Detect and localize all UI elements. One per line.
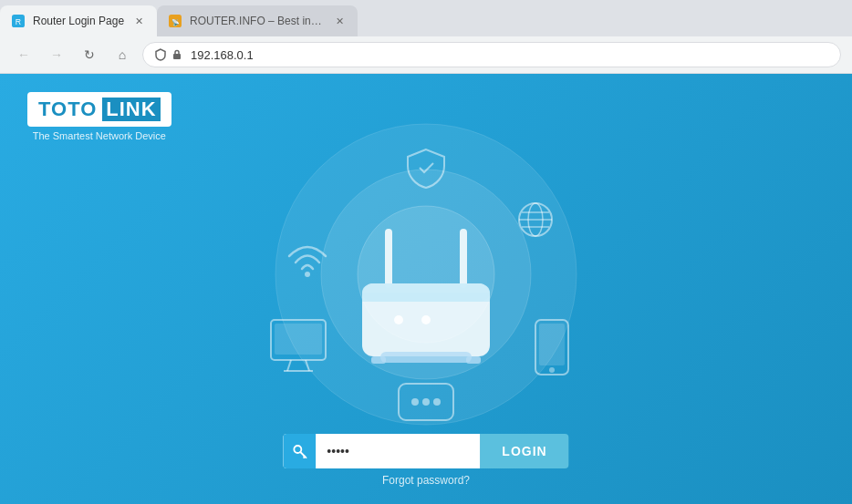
tab-bar: R Router Login Page ✕ 📡 ROUTER.INFO – Be… bbox=[0, 0, 852, 36]
tab-title-1: Router Login Page bbox=[33, 15, 124, 27]
shield-icon bbox=[154, 48, 167, 61]
page-content: TOTO LINK The Smartest Network Device bbox=[0, 74, 852, 504]
svg-point-23 bbox=[411, 398, 419, 406]
tab-title-2: ROUTER.INFO – Best information bbox=[190, 15, 325, 27]
svg-rect-34 bbox=[371, 356, 386, 364]
svg-text:📡: 📡 bbox=[171, 18, 180, 26]
logo-link: LINK bbox=[102, 98, 160, 121]
tab-close-2[interactable]: ✕ bbox=[332, 14, 347, 28]
logo-toto: TOTO bbox=[38, 98, 97, 121]
home-icon: ⌂ bbox=[119, 47, 126, 62]
svg-rect-30 bbox=[362, 293, 490, 302]
svg-point-13 bbox=[305, 272, 310, 277]
svg-line-15 bbox=[287, 360, 291, 371]
password-input[interactable] bbox=[316, 434, 480, 468]
svg-rect-33 bbox=[380, 352, 472, 363]
forward-button[interactable]: → bbox=[44, 42, 69, 67]
login-row: LOGIN bbox=[283, 434, 568, 468]
svg-rect-35 bbox=[466, 356, 481, 364]
svg-rect-20 bbox=[539, 324, 565, 365]
browser-chrome: R Router Login Page ✕ 📡 ROUTER.INFO – Be… bbox=[0, 0, 852, 74]
svg-point-24 bbox=[422, 398, 430, 406]
svg-point-31 bbox=[394, 315, 403, 324]
key-icon-box bbox=[283, 434, 316, 468]
svg-point-32 bbox=[421, 315, 431, 324]
key-icon bbox=[292, 444, 307, 458]
svg-point-21 bbox=[549, 367, 555, 373]
svg-rect-18 bbox=[275, 324, 322, 355]
back-button[interactable]: ← bbox=[11, 42, 36, 67]
toolbar: ← → ↻ ⌂ 192.168.0.1 bbox=[0, 36, 852, 73]
svg-rect-4 bbox=[173, 54, 181, 59]
logo-area: TOTO LINK The Smartest Network Device bbox=[27, 92, 171, 141]
address-bar[interactable]: 192.168.0.1 bbox=[142, 42, 841, 67]
tab-favicon-2: 📡 bbox=[168, 14, 182, 28]
password-input-wrapper bbox=[283, 434, 480, 468]
home-button[interactable]: ⌂ bbox=[109, 42, 135, 67]
reload-button[interactable]: ↻ bbox=[77, 42, 102, 67]
svg-rect-27 bbox=[460, 229, 467, 288]
security-icons bbox=[154, 48, 183, 61]
logo-box: TOTO LINK bbox=[27, 92, 171, 127]
router-illustration bbox=[253, 119, 599, 429]
tab-favicon-1: R bbox=[11, 14, 26, 28]
svg-text:R: R bbox=[16, 17, 21, 26]
tab-close-1[interactable]: ✕ bbox=[131, 14, 146, 28]
svg-point-25 bbox=[433, 398, 441, 406]
forgot-password-link[interactable]: Forgot password? bbox=[382, 474, 470, 487]
forward-icon: → bbox=[50, 47, 63, 62]
svg-rect-26 bbox=[385, 229, 392, 288]
logo-tagline: The Smartest Network Device bbox=[27, 130, 171, 141]
login-form: LOGIN Forgot password? bbox=[283, 434, 568, 487]
tab-router-info[interactable]: 📡 ROUTER.INFO – Best information ✕ bbox=[157, 5, 358, 36]
lock-icon bbox=[171, 48, 183, 61]
login-button[interactable]: LOGIN bbox=[480, 434, 568, 468]
tab-router-login[interactable]: R Router Login Page ✕ bbox=[0, 5, 157, 36]
reload-icon: ↻ bbox=[84, 47, 95, 62]
back-icon: ← bbox=[17, 47, 30, 62]
url-text: 192.168.0.1 bbox=[191, 48, 254, 62]
